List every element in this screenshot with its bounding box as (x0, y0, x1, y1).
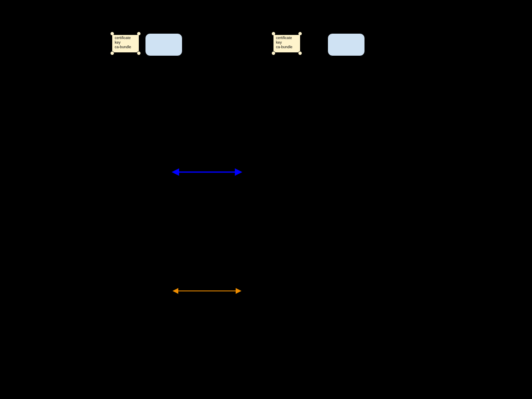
scroll-curl-icon (298, 51, 302, 55)
scroll-curl-icon (110, 51, 114, 55)
scroll-edge-line (114, 53, 137, 54)
scroll-text-line: certificate (115, 36, 139, 40)
scroll-edge-line (276, 53, 298, 54)
scroll-text-line: key (115, 40, 139, 45)
scroll-bottom-edge (272, 52, 301, 55)
scroll-text-line: certificate (276, 36, 300, 40)
double-arrow-blue (172, 168, 243, 176)
scroll-curl-icon (137, 51, 141, 55)
node-box-right (328, 33, 365, 56)
certificate-scroll-right: certificate key ca-bundle (272, 32, 301, 55)
scroll-bottom-edge (111, 52, 140, 55)
scroll-body: certificate key ca-bundle (112, 35, 139, 52)
scroll-curl-icon (271, 51, 276, 55)
double-arrow-orange (172, 287, 243, 295)
scroll-edge-line (114, 33, 137, 34)
scroll-text-line: key (276, 40, 300, 45)
scroll-text-line: ca-bundle (115, 45, 139, 49)
certificate-scroll-left: certificate key ca-bundle (111, 32, 140, 55)
scroll-text-line: ca-bundle (276, 45, 300, 49)
scroll-edge-line (276, 33, 298, 34)
scroll-body: certificate key ca-bundle (273, 35, 300, 52)
node-box-left (145, 33, 182, 56)
